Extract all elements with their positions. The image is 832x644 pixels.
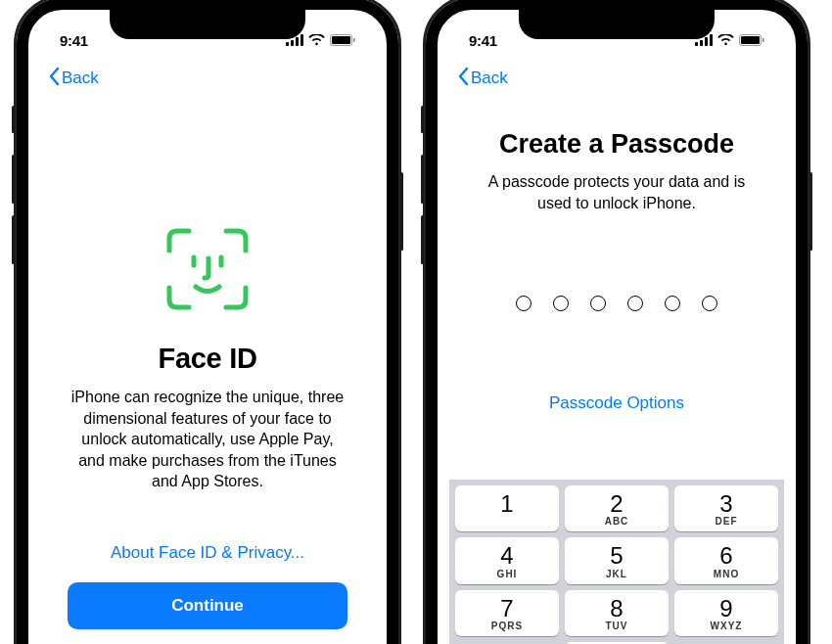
wifi-icon (308, 34, 325, 46)
passcode-options-link[interactable]: Passcode Options (473, 393, 761, 413)
faceid-description: iPhone can recognize the unique, three d… (68, 387, 347, 492)
key-4[interactable]: 4GHI (455, 537, 559, 583)
iphone-passcode: 9:41 Back Create (423, 0, 810, 644)
svg-rect-12 (710, 34, 713, 46)
volume-down-button (421, 215, 424, 264)
svg-rect-9 (695, 42, 698, 46)
svg-rect-6 (353, 38, 355, 42)
svg-rect-5 (332, 36, 350, 44)
back-button[interactable]: Back (457, 67, 508, 90)
passcode-title: Create a Passcode (473, 129, 761, 160)
volume-up-button (12, 155, 15, 204)
key-6[interactable]: 6MNO (674, 537, 778, 583)
key-8[interactable]: 8TUV (565, 590, 669, 636)
continue-button[interactable]: Continue (68, 582, 347, 629)
about-faceid-link[interactable]: About Face ID & Privacy... (68, 543, 347, 563)
wifi-icon (717, 34, 734, 46)
nav-bar: Back (449, 59, 784, 98)
status-time: 9:41 (60, 32, 88, 49)
passcode-dot (553, 296, 569, 311)
side-button (809, 172, 812, 251)
notch (110, 10, 305, 39)
svg-rect-11 (705, 37, 708, 46)
passcode-dot (665, 296, 680, 311)
back-label: Back (62, 69, 99, 88)
back-label: Back (471, 69, 508, 88)
nav-bar: Back (40, 59, 375, 98)
battery-icon (739, 34, 764, 46)
key-9[interactable]: 9WXYZ (674, 590, 778, 636)
svg-rect-2 (296, 37, 299, 46)
svg-rect-0 (286, 42, 289, 46)
volume-down-button (12, 215, 15, 264)
mute-switch (421, 106, 424, 133)
passcode-dot (516, 296, 532, 311)
svg-rect-15 (763, 38, 764, 42)
key-7[interactable]: 7PQRS (455, 590, 559, 636)
key-1[interactable]: 1 (455, 485, 559, 531)
passcode-dot (702, 296, 717, 311)
battery-icon (330, 34, 355, 46)
passcode-description: A passcode protects your data and is use… (473, 171, 761, 213)
status-time: 9:41 (469, 32, 497, 49)
key-2[interactable]: 2ABC (565, 485, 669, 531)
notch (519, 10, 715, 39)
passcode-dot (627, 296, 643, 311)
chevron-left-icon (48, 67, 60, 90)
back-button[interactable]: Back (48, 67, 99, 90)
volume-up-button (421, 155, 424, 204)
passcode-dots (473, 296, 761, 311)
numeric-keypad: 1 2ABC 3DEF 4GHI 5JKL 6MNO 7PQRS 8TUV 9W… (449, 480, 784, 644)
iphone-faceid: 9:41 Back (14, 0, 401, 644)
side-button (400, 172, 403, 251)
svg-rect-1 (291, 40, 294, 46)
svg-rect-14 (741, 36, 760, 44)
svg-rect-3 (300, 34, 303, 46)
passcode-dot (590, 296, 606, 311)
key-3[interactable]: 3DEF (674, 485, 778, 531)
svg-rect-10 (700, 40, 703, 46)
mute-switch (12, 106, 15, 133)
key-5[interactable]: 5JKL (565, 537, 669, 583)
chevron-left-icon (457, 67, 469, 90)
faceid-icon (163, 225, 252, 313)
faceid-title: Face ID (68, 343, 347, 375)
